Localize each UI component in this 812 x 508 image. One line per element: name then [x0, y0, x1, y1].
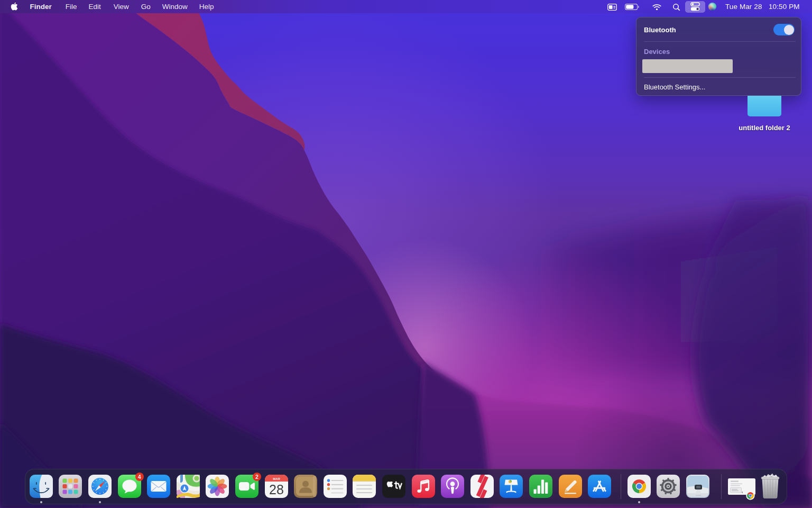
svg-text:MAR: MAR: [273, 477, 280, 480]
svg-text:28: 28: [269, 482, 284, 497]
